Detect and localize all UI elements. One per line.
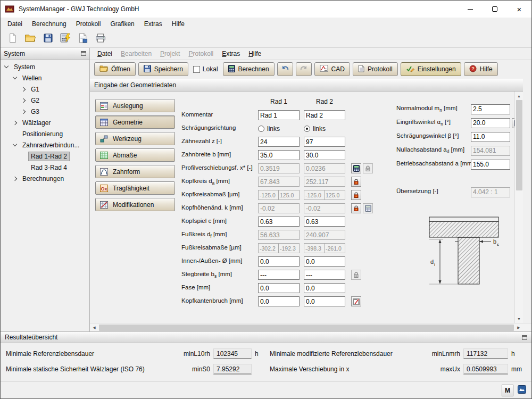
nav-modifikationen-button[interactable]: Modifikationen [95, 198, 175, 211]
kopfhoehenaenderung-lock-button[interactable] [351, 203, 361, 213]
save-project-button[interactable]: Speichern [138, 62, 188, 76]
float-panel-icon[interactable] [81, 51, 86, 56]
panel-menu-datei[interactable]: Datei [93, 48, 117, 59]
tree-item-berechnungen[interactable]: Berechnungen [1, 173, 89, 184]
open-button[interactable] [22, 32, 38, 46]
tree-item-system[interactable]: System [1, 61, 89, 72]
tree-item-g3[interactable]: G3 [1, 106, 89, 117]
scroll-down-icon[interactable]: ▼ [515, 314, 523, 323]
horizontal-scrollbar[interactable]: ◀ ▶ [90, 323, 531, 331]
protocol-button[interactable]: Protokoll [353, 62, 398, 76]
float-panel-icon[interactable] [522, 335, 527, 340]
calculate-button[interactable] [57, 32, 73, 46]
nav-zahnform-button[interactable]: Zahnform [95, 165, 175, 178]
chevron-down-icon[interactable] [4, 64, 9, 68]
chevron-right-icon[interactable] [21, 98, 26, 102]
kopfkreis-lock-button[interactable] [351, 177, 361, 187]
minimize-button[interactable] [458, 1, 483, 18]
nav-geometrie-button[interactable]: Geometrie [95, 115, 175, 129]
innen-aussen-durchmesser-rad1-input[interactable] [258, 256, 300, 267]
settings-button[interactable]: Einstellungen [401, 62, 461, 76]
fase-rad2-input[interactable] [304, 283, 345, 293]
zahnbreite-rad1-input[interactable] [258, 150, 300, 160]
kommentar-rad2-input[interactable] [304, 110, 345, 120]
print-button[interactable] [93, 32, 109, 46]
checkbox-icon[interactable] [193, 66, 200, 73]
menu-datei[interactable]: Datei [3, 18, 27, 30]
tree-item-g1[interactable]: G1 [1, 84, 89, 95]
menu-grafiken[interactable]: Grafiken [105, 18, 139, 30]
chevron-down-icon[interactable] [13, 142, 17, 146]
scroll-right-icon[interactable]: ▶ [514, 323, 523, 332]
undo-button[interactable] [277, 62, 293, 76]
chevron-right-icon[interactable] [21, 87, 26, 91]
chevron-right-icon[interactable] [21, 109, 26, 113]
save-button[interactable] [40, 32, 56, 46]
tree-item-positionierung[interactable]: Positionierung [1, 128, 89, 139]
menu-protokoll[interactable]: Protokoll [71, 18, 106, 30]
kopfspiel-rad2-input[interactable] [304, 217, 345, 227]
help-button[interactable]: ? Hilfe [464, 62, 498, 76]
calculate-button[interactable]: Berechnen [223, 62, 275, 76]
zaehnezahl-rad2-input[interactable] [304, 137, 345, 147]
local-checkbox[interactable]: Lokal [191, 65, 220, 73]
chevron-right-icon[interactable] [13, 176, 17, 180]
panel-menu-hilfe[interactable]: Hilfe [244, 48, 265, 59]
zahnbreite-rad2-input[interactable] [304, 150, 345, 160]
report-button[interactable] [75, 32, 91, 46]
radio-checked-icon[interactable] [304, 126, 310, 132]
schraegungsrichtung-rad2-radio[interactable]: links [304, 125, 345, 132]
zaehnezahl-rad1-input[interactable] [258, 137, 300, 147]
m-button[interactable]: M [502, 385, 513, 396]
stegbreite-rad1-input[interactable] [258, 270, 300, 280]
kopfspiel-rad1-input[interactable] [258, 217, 300, 227]
schraegungswinkel-input[interactable] [471, 132, 510, 142]
kopfkreisabmass-lock-button[interactable] [351, 190, 361, 200]
tree-item-rad1-rad2[interactable]: Rad 1-Rad 2 [1, 151, 89, 162]
close-button[interactable]: × [507, 1, 531, 18]
schraegungsrichtung-rad1-radio[interactable]: links [258, 125, 300, 132]
scroll-up-icon[interactable]: ▲ [515, 92, 523, 100]
report-icon [78, 33, 88, 45]
tree-item-g2[interactable]: G2 [1, 95, 89, 106]
kopfkantenbruch-rad2-input[interactable] [304, 296, 345, 306]
radio-unchecked-icon[interactable] [258, 126, 264, 132]
menu-extras[interactable]: Extras [139, 18, 167, 30]
maximize-button[interactable] [483, 1, 507, 18]
kopfkantenbruch-edge-button[interactable] [351, 296, 361, 306]
chevron-right-icon[interactable] [13, 120, 17, 124]
panel-menu-extras[interactable]: Extras [218, 48, 244, 59]
profilverschiebung-lock-button[interactable] [363, 163, 373, 173]
menu-hilfe[interactable]: Hilfe [167, 18, 189, 30]
fase-rad1-input[interactable] [258, 283, 300, 293]
nav-abmasse-button[interactable]: Abmaße [95, 148, 175, 162]
app-status-icon[interactable] [518, 385, 526, 395]
open-project-button[interactable]: Öffnen [94, 62, 136, 76]
nav-auslegung-button[interactable]: Auslegung [95, 99, 175, 112]
cad-button[interactable]: CAD [314, 62, 350, 76]
scrollbar-thumb[interactable] [99, 325, 514, 331]
kopfkreis-rad2-field [304, 177, 345, 187]
innen-aussen-durchmesser-rad2-input[interactable] [304, 256, 345, 267]
stegbreite-rad2-input[interactable] [304, 270, 345, 280]
scrollbar-thumb[interactable] [516, 100, 522, 190]
betriebsachsabstand-input[interactable] [471, 160, 510, 170]
eingriffswinkel-input[interactable] [471, 118, 510, 128]
tree-item-wellen[interactable]: Wellen [1, 72, 89, 84]
new-document-button[interactable] [5, 32, 21, 46]
nav-tragfaehigkeit-button[interactable]: Ox Tragfähigkeit [95, 181, 175, 195]
scroll-left-icon[interactable]: ◀ [90, 323, 98, 332]
kommentar-rad1-input[interactable] [258, 110, 300, 120]
normalmodul-input[interactable] [471, 104, 510, 114]
menu-berechnung[interactable]: Berechnung [27, 18, 71, 30]
chevron-down-icon[interactable] [13, 75, 17, 79]
tree-item-waelzlager[interactable]: Wälzlager [1, 117, 89, 128]
kopfhoehenaenderung-calculator-button[interactable] [363, 203, 373, 213]
tree-item-rad3-rad4[interactable]: Rad 3-Rad 4 [1, 162, 89, 173]
tree-item-zahnradverbindungen[interactable]: Zahnradverbindun... [1, 139, 89, 151]
vertical-scrollbar[interactable]: ▲ ▼ [514, 92, 523, 323]
stegbreite-lock-button[interactable] [351, 270, 361, 280]
profilverschiebung-calculator-button[interactable] [351, 163, 361, 173]
nav-werkzeug-button[interactable]: Werkzeug [95, 132, 175, 145]
kopfkantenbruch-rad1-input[interactable] [258, 296, 300, 306]
